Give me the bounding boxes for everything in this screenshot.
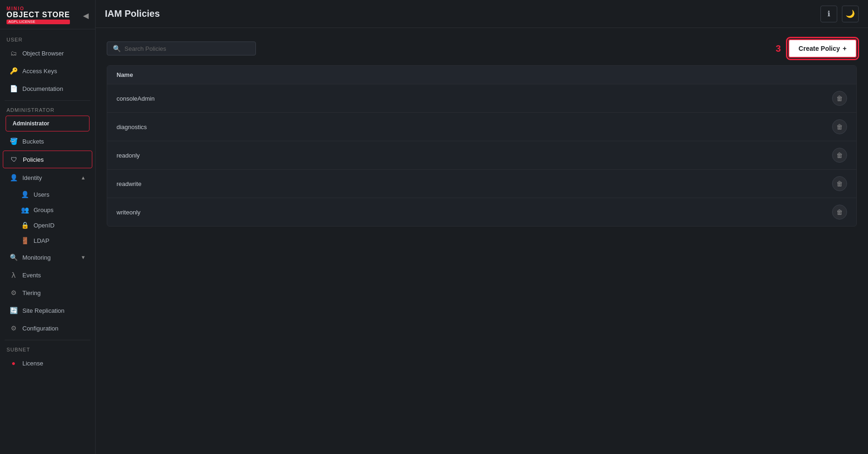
create-policy-button[interactable]: Create Policy + [788,39,857,58]
sidebar-item-label: Configuration [22,325,58,332]
policy-name: readonly [117,152,832,159]
policies-table: Name consoleAdmin 🗑 diagnostics 🗑 readon… [107,65,857,227]
theme-toggle-button[interactable]: 🌙 [842,6,859,22]
sidebar-item-identity[interactable]: 👤 Identity ▲ [3,169,92,186]
sidebar-item-label: Access Keys [22,68,57,75]
delete-policy-button[interactable]: 🗑 [832,205,847,220]
sidebar-item-object-browser[interactable]: 🗂 Object Browser [3,45,92,62]
identity-submenu: 👤 Users 👥 Groups 🔒 OpenID 🚪 LDAP [13,186,95,248]
logo-text: MINIO OBJECT STORE AGPL LICENSE [7,7,70,24]
section-label-subnet: Subnet [0,343,95,354]
sidebar-item-label: Groups [34,206,54,213]
users-icon: 👤 [21,190,29,199]
buckets-icon: 🪣 [9,137,18,145]
identity-chevron-icon: ▲ [81,175,86,180]
info-button[interactable]: ℹ [820,6,837,22]
sidebar-item-label: Identity [22,174,42,181]
sidebar-item-tiering[interactable]: ⚙ Tiering [3,284,92,301]
sidebar-item-openid[interactable]: 🔒 OpenID [16,218,92,233]
table-body: consoleAdmin 🗑 diagnostics 🗑 readonly 🗑 … [107,84,856,226]
info-icon: ℹ [827,9,830,18]
sidebar: MINIO OBJECT STORE AGPL LICENSE ◀ User 🗂… [0,0,96,454]
sidebar-item-groups[interactable]: 👥 Groups [16,202,92,217]
delete-policy-button[interactable]: 🗑 [832,148,847,163]
table-row[interactable]: readonly 🗑 [107,141,856,170]
sidebar-item-label: Monitoring [22,254,51,261]
sidebar-item-site-replication[interactable]: 🔄 Site Replication [3,302,92,319]
delete-icon: 🗑 [836,180,843,187]
sidebar-item-label: LDAP [34,237,49,244]
main-content: IAM Policies ℹ 🌙 🔍 3 Create Policy + [96,0,868,454]
theme-icon: 🌙 [846,9,855,18]
delete-policy-button[interactable]: 🗑 [832,119,847,134]
table-row[interactable]: writeonly 🗑 [107,198,856,226]
documentation-icon: 📄 [9,84,18,93]
sidebar-item-label: Object Browser [22,50,64,57]
delete-icon: 🗑 [836,123,843,131]
identity-icon: 👤 [9,173,18,182]
policies-icon: 🛡 [10,155,18,164]
sidebar-item-access-keys[interactable]: 🔑 Access Keys [3,62,92,79]
delete-policy-button[interactable]: 🗑 [832,91,847,106]
tiering-icon: ⚙ [9,289,18,297]
configuration-icon: ⚙ [9,324,18,332]
table-row[interactable]: consoleAdmin 🗑 [107,84,856,113]
sidebar-collapse-button[interactable]: ◀ [83,11,89,20]
sidebar-section-administrator: Administrator 1 [6,116,90,131]
groups-icon: 👥 [21,206,29,214]
sidebar-item-buckets[interactable]: 🪣 Buckets [3,133,92,150]
sidebar-item-label: Documentation [22,85,63,92]
search-icon: 🔍 [113,45,121,52]
policy-name: readwrite [117,180,832,187]
sidebar-item-label: Site Replication [22,307,64,314]
topbar: IAM Policies ℹ 🌙 [96,0,868,28]
table-row[interactable]: readwrite 🗑 [107,170,856,198]
table-header: Name [107,66,856,84]
license-icon: ● [9,359,18,367]
access-keys-icon: 🔑 [9,67,18,75]
column-name: Name [117,71,847,78]
monitoring-chevron-icon: ▼ [81,255,86,260]
delete-policy-button[interactable]: 🗑 [832,176,847,191]
sidebar-item-label: Buckets [22,138,44,145]
sidebar-item-monitoring[interactable]: 🔍 Monitoring ▼ [3,249,92,266]
sidebar-item-license[interactable]: ● License [3,355,92,371]
page-title: IAM Policies [105,8,160,19]
sidebar-item-label: Tiering [22,289,41,296]
sidebar-item-configuration[interactable]: ⚙ Configuration [3,320,92,337]
delete-icon: 🗑 [836,208,843,216]
section-label-user: User [0,33,95,44]
sidebar-divider-2 [5,340,90,340]
annotation-3: 3 [776,43,781,54]
delete-icon: 🗑 [836,151,843,159]
monitoring-icon: 🔍 [9,253,18,261]
section-label-administrator: Administrator [0,103,61,115]
sidebar-item-documentation[interactable]: 📄 Documentation [3,80,92,97]
table-row[interactable]: diagnostics 🗑 [107,113,856,141]
create-policy-label: Create Policy [799,45,840,52]
site-replication-icon: 🔄 [9,306,18,315]
sidebar-item-ldap[interactable]: 🚪 LDAP [16,233,92,248]
sidebar-item-policies[interactable]: 🛡 Policies 2 [3,151,92,168]
logo-object-store: OBJECT STORE [7,11,70,19]
delete-icon: 🗑 [836,95,843,102]
administrator-label: Administrator [13,120,49,127]
ldap-icon: 🚪 [21,236,29,245]
sidebar-item-label: OpenID [34,222,55,229]
toolbar-right: 3 Create Policy + [776,39,857,58]
content-area: 🔍 3 Create Policy + Name consoleAdmin 🗑 [96,28,868,454]
logo-license: AGPL LICENSE [7,20,70,24]
sidebar-item-label: Users [34,191,49,198]
policy-name: writeonly [117,209,832,216]
sidebar-divider [5,100,90,101]
policy-name: diagnostics [117,124,832,131]
sidebar-item-users[interactable]: 👤 Users [16,187,92,202]
sidebar-item-events[interactable]: λ Events [3,267,92,283]
search-input[interactable] [124,45,250,52]
logo-area: MINIO OBJECT STORE AGPL LICENSE ◀ [0,0,95,29]
openid-icon: 🔒 [21,221,29,229]
sidebar-item-label: Policies [23,156,44,163]
sidebar-item-label: License [22,360,43,367]
policy-name: consoleAdmin [117,95,832,102]
create-policy-plus-icon: + [843,45,847,52]
